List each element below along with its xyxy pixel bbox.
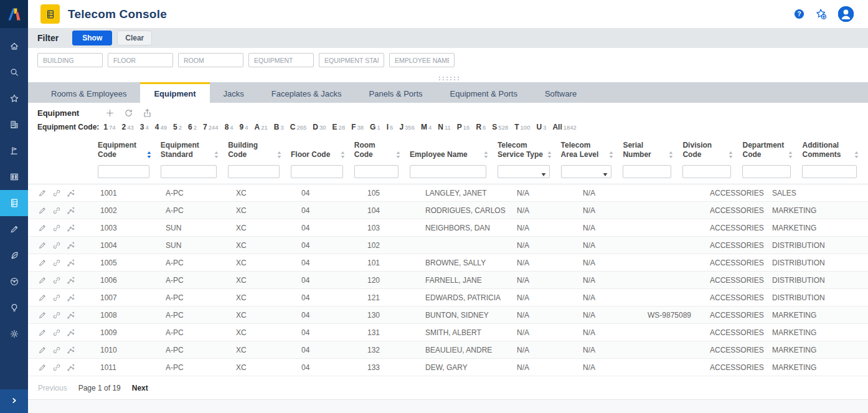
column-header-equipment-standard[interactable]: Equipment Standard bbox=[161, 137, 228, 163]
sidebar-item-search[interactable] bbox=[0, 59, 28, 85]
link-row-button[interactable] bbox=[52, 328, 61, 337]
legend-code-5[interactable]: 52 bbox=[173, 123, 182, 131]
sidebar-item-ideas[interactable] bbox=[0, 295, 28, 321]
column-header-department-code[interactable]: Department Code bbox=[742, 137, 802, 163]
sidebar-item-reports[interactable] bbox=[0, 138, 28, 164]
tab-software[interactable]: Software bbox=[531, 82, 590, 103]
column-header-room-code[interactable]: Room Code bbox=[354, 137, 410, 163]
edit-row-button[interactable] bbox=[38, 363, 47, 372]
tab-faceplates-jacks[interactable]: Faceplates & Jacks bbox=[258, 82, 356, 103]
link-row-button[interactable] bbox=[52, 189, 61, 197]
resize-grip-handle[interactable] bbox=[438, 76, 459, 80]
connections-row-button[interactable] bbox=[67, 241, 75, 250]
column-filter-select[interactable] bbox=[561, 165, 612, 178]
legend-code-F[interactable]: F38 bbox=[351, 123, 364, 131]
show-button[interactable]: Show bbox=[72, 31, 112, 45]
legend-code-E[interactable]: E28 bbox=[333, 123, 346, 131]
edit-row-button[interactable] bbox=[38, 311, 47, 320]
legend-code-S[interactable]: S528 bbox=[492, 123, 508, 131]
sidebar-item-favorites[interactable] bbox=[0, 85, 28, 112]
link-row-button[interactable] bbox=[52, 363, 61, 372]
filter-field-building[interactable] bbox=[37, 53, 103, 67]
legend-code-1[interactable]: 174 bbox=[103, 123, 115, 131]
legend-code-P[interactable]: P16 bbox=[457, 123, 470, 131]
legend-code-2[interactable]: 243 bbox=[122, 123, 134, 131]
column-header-floor-code[interactable]: Floor Code bbox=[291, 146, 354, 163]
sidebar-item-home[interactable] bbox=[0, 33, 28, 59]
tab-panels-ports[interactable]: Panels & Ports bbox=[356, 82, 436, 103]
link-row-button[interactable] bbox=[52, 224, 61, 232]
sort-icon[interactable] bbox=[788, 151, 793, 159]
column-filter-input[interactable] bbox=[98, 165, 149, 178]
column-filter-input[interactable] bbox=[623, 165, 671, 178]
column-header-additional-comments[interactable]: Additional Comments bbox=[802, 137, 868, 163]
legend-code-C[interactable]: C265 bbox=[290, 123, 307, 131]
filter-field-employee-name[interactable] bbox=[389, 53, 455, 67]
legend-code-I[interactable]: I6 bbox=[387, 123, 394, 131]
legend-code-J[interactable]: J356 bbox=[399, 123, 415, 131]
legend-code-R[interactable]: R6 bbox=[476, 123, 486, 131]
legend-code-M[interactable]: M4 bbox=[421, 123, 432, 131]
connections-row-button[interactable] bbox=[67, 346, 75, 354]
column-filter-input[interactable] bbox=[161, 165, 217, 178]
sidebar-item-tools[interactable] bbox=[0, 216, 28, 242]
connections-row-button[interactable] bbox=[67, 311, 75, 320]
link-row-button[interactable] bbox=[52, 241, 61, 250]
tab-rooms-employees[interactable]: Rooms & Employees bbox=[37, 82, 140, 103]
sidebar-item-buildings[interactable] bbox=[0, 112, 28, 138]
connections-row-button[interactable] bbox=[67, 328, 75, 337]
link-row-button[interactable] bbox=[52, 259, 61, 267]
filter-field-room[interactable] bbox=[178, 53, 243, 67]
refresh-button[interactable] bbox=[124, 108, 133, 118]
connections-row-button[interactable] bbox=[67, 363, 75, 372]
column-header-building-code[interactable]: Building Code bbox=[228, 137, 291, 163]
connections-row-button[interactable] bbox=[67, 293, 75, 302]
user-avatar-icon[interactable] bbox=[837, 6, 854, 22]
link-row-button[interactable] bbox=[52, 293, 61, 302]
edit-row-button[interactable] bbox=[38, 293, 47, 302]
legend-code-G[interactable]: G1 bbox=[370, 123, 380, 131]
link-row-button[interactable] bbox=[52, 206, 61, 215]
legend-code-6[interactable]: 62 bbox=[188, 123, 197, 131]
filter-field-floor[interactable] bbox=[108, 53, 173, 67]
tab-equipment[interactable]: Equipment bbox=[140, 82, 209, 103]
tab-equipment-ports[interactable]: Equipment & Ports bbox=[436, 82, 531, 103]
previous-page-button[interactable]: Previous bbox=[38, 384, 67, 392]
export-button[interactable] bbox=[143, 108, 152, 118]
edit-row-button[interactable] bbox=[38, 346, 47, 354]
sidebar-item-panels[interactable] bbox=[0, 164, 28, 190]
legend-code-4[interactable]: 449 bbox=[155, 123, 167, 131]
star-add-icon[interactable] bbox=[815, 8, 827, 20]
connections-row-button[interactable] bbox=[67, 259, 75, 267]
sort-icon[interactable] bbox=[608, 151, 614, 159]
edit-row-button[interactable] bbox=[38, 259, 47, 267]
legend-code-T[interactable]: T100 bbox=[514, 123, 530, 131]
sort-icon[interactable] bbox=[668, 151, 674, 159]
column-filter-input[interactable] bbox=[682, 165, 731, 178]
sort-icon[interactable] bbox=[728, 151, 734, 159]
clear-button[interactable]: Clear bbox=[117, 31, 152, 45]
edit-row-button[interactable] bbox=[38, 241, 47, 250]
column-header-serial-number[interactable]: Serial Number bbox=[623, 137, 682, 163]
legend-code-All[interactable]: All1842 bbox=[552, 123, 576, 131]
connections-row-button[interactable] bbox=[67, 224, 75, 232]
filter-field-equipment-standard[interactable] bbox=[319, 53, 384, 67]
brand-logo[interactable] bbox=[0, 0, 28, 28]
sidebar-expand-button[interactable] bbox=[0, 389, 28, 413]
column-header-telecom-service-type[interactable]: Telecom Service Type bbox=[498, 137, 561, 163]
connections-row-button[interactable] bbox=[67, 206, 75, 215]
link-row-button[interactable] bbox=[52, 311, 61, 320]
legend-code-9[interactable]: 94 bbox=[240, 123, 248, 131]
legend-code-7[interactable]: 7244 bbox=[203, 123, 219, 131]
sort-icon[interactable] bbox=[395, 151, 401, 159]
edit-row-button[interactable] bbox=[38, 276, 47, 285]
link-row-button[interactable] bbox=[52, 276, 61, 285]
sort-icon[interactable] bbox=[276, 151, 282, 159]
sort-icon[interactable] bbox=[854, 151, 859, 159]
sort-icon[interactable] bbox=[340, 151, 346, 159]
column-filter-input[interactable] bbox=[228, 165, 280, 178]
connections-row-button[interactable] bbox=[67, 276, 75, 285]
help-icon[interactable]: ? bbox=[794, 9, 804, 19]
column-filter-input[interactable] bbox=[802, 165, 857, 178]
add-button[interactable] bbox=[105, 108, 115, 118]
